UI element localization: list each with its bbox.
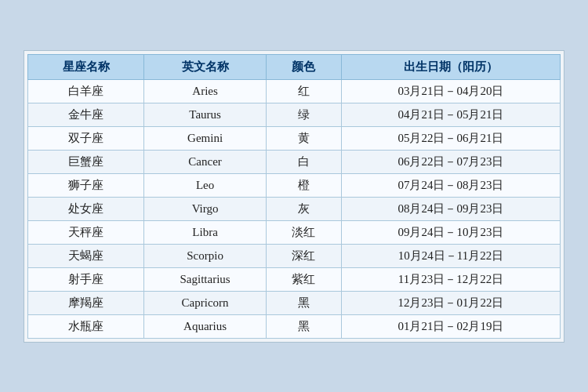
cell-date-10: 01月21日－02月19日: [341, 314, 560, 338]
cell-english-0: Aries: [144, 79, 267, 103]
col-header-chinese: 星座名称: [28, 54, 144, 79]
col-header-english: 英文名称: [144, 54, 267, 79]
cell-color-2: 黄: [266, 126, 341, 150]
cell-date-1: 04月21日－05月21日: [341, 103, 560, 126]
cell-date-8: 11月23日－12月22日: [341, 267, 560, 291]
cell-color-0: 红: [266, 79, 341, 103]
cell-chinese-4: 狮子座: [28, 173, 144, 197]
col-header-color: 颜色: [266, 54, 341, 79]
cell-chinese-10: 水瓶座: [28, 314, 144, 338]
cell-english-5: Virgo: [144, 197, 267, 220]
cell-english-2: Gemini: [144, 126, 267, 150]
cell-english-7: Scorpio: [144, 244, 267, 267]
cell-english-8: Sagittarius: [144, 267, 267, 291]
table-row: 天秤座Libra淡红09月24日－10月23日: [28, 220, 561, 244]
table-row: 处女座Virgo灰08月24日－09月23日: [28, 197, 561, 220]
cell-date-3: 06月22日－07月23日: [341, 150, 560, 173]
cell-chinese-6: 天秤座: [28, 220, 144, 244]
cell-color-3: 白: [266, 150, 341, 173]
cell-english-9: Capricorn: [144, 291, 267, 314]
cell-chinese-1: 金牛座: [28, 103, 144, 126]
cell-chinese-0: 白羊座: [28, 79, 144, 103]
table-body: 白羊座Aries红03月21日－04月20日金牛座Taurus绿04月21日－0…: [28, 79, 561, 338]
table-header-row: 星座名称 英文名称 颜色 出生日期（阳历）: [28, 54, 561, 79]
cell-date-6: 09月24日－10月23日: [341, 220, 560, 244]
cell-english-3: Cancer: [144, 150, 267, 173]
cell-chinese-2: 双子座: [28, 126, 144, 150]
cell-date-4: 07月24日－08月23日: [341, 173, 560, 197]
table-row: 水瓶座Aquarius黑01月21日－02月19日: [28, 314, 561, 338]
cell-english-4: Leo: [144, 173, 267, 197]
cell-color-6: 淡红: [266, 220, 341, 244]
cell-color-1: 绿: [266, 103, 341, 126]
table-row: 金牛座Taurus绿04月21日－05月21日: [28, 103, 561, 126]
cell-date-5: 08月24日－09月23日: [341, 197, 560, 220]
cell-english-1: Taurus: [144, 103, 267, 126]
cell-date-9: 12月23日－01月22日: [341, 291, 560, 314]
cell-color-10: 黑: [266, 314, 341, 338]
table-row: 白羊座Aries红03月21日－04月20日: [28, 79, 561, 103]
col-header-date: 出生日期（阳历）: [341, 54, 560, 79]
cell-color-5: 灰: [266, 197, 341, 220]
table-row: 摩羯座Capricorn黑12月23日－01月22日: [28, 291, 561, 314]
table-row: 天蝎座Scorpio深红10月24日－11月22日: [28, 244, 561, 267]
table-row: 狮子座Leo橙07月24日－08月23日: [28, 173, 561, 197]
cell-color-7: 深红: [266, 244, 341, 267]
zodiac-table-wrapper: 星座名称 英文名称 颜色 出生日期（阳历） 白羊座Aries红03月21日－04…: [24, 50, 564, 343]
table-row: 巨蟹座Cancer白06月22日－07月23日: [28, 150, 561, 173]
cell-chinese-9: 摩羯座: [28, 291, 144, 314]
cell-chinese-3: 巨蟹座: [28, 150, 144, 173]
cell-chinese-5: 处女座: [28, 197, 144, 220]
zodiac-table: 星座名称 英文名称 颜色 出生日期（阳历） 白羊座Aries红03月21日－04…: [27, 54, 561, 339]
cell-date-7: 10月24日－11月22日: [341, 244, 560, 267]
table-row: 射手座Sagittarius紫红11月23日－12月22日: [28, 267, 561, 291]
cell-color-8: 紫红: [266, 267, 341, 291]
cell-color-4: 橙: [266, 173, 341, 197]
cell-date-2: 05月22日－06月21日: [341, 126, 560, 150]
cell-date-0: 03月21日－04月20日: [341, 79, 560, 103]
cell-chinese-7: 天蝎座: [28, 244, 144, 267]
table-row: 双子座Gemini黄05月22日－06月21日: [28, 126, 561, 150]
cell-chinese-8: 射手座: [28, 267, 144, 291]
cell-english-6: Libra: [144, 220, 267, 244]
cell-color-9: 黑: [266, 291, 341, 314]
cell-english-10: Aquarius: [144, 314, 267, 338]
